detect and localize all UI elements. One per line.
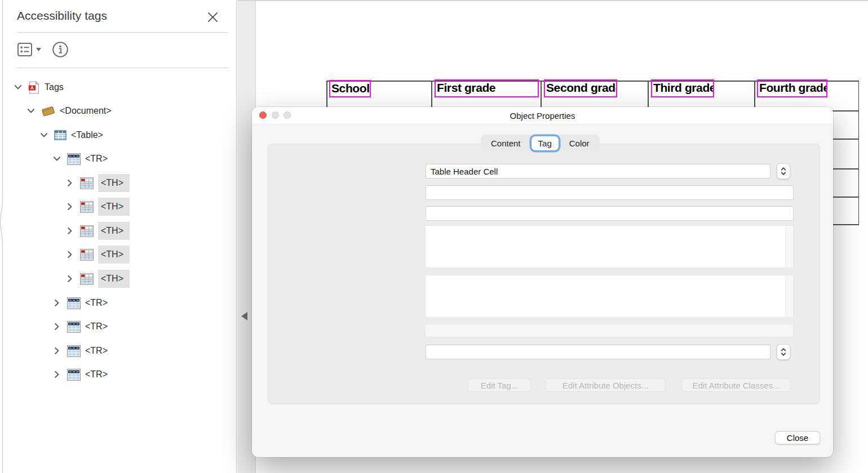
object-properties-dialog: Object Properties Content Tag Color Type… (252, 107, 833, 457)
tree-item-th[interactable]: <TH> (0, 267, 237, 291)
edit-tag-button[interactable]: Edit Tag... (468, 378, 531, 392)
tree-item-tags[interactable]: Tags (0, 75, 237, 99)
zoom-window-button[interactable] (284, 111, 291, 119)
alt-desc-links-textarea[interactable] (425, 275, 794, 318)
collapse-panel-icon[interactable] (241, 311, 248, 321)
separator (17, 68, 228, 68)
table-header-cell-icon (80, 177, 94, 189)
actual-text-input[interactable] (426, 206, 794, 221)
chevron-down-icon[interactable] (14, 83, 23, 92)
edit-attribute-classes-button[interactable]: Edit Attribute Classes... (681, 378, 791, 392)
tree-item-label: <TH> (98, 246, 130, 264)
tree-item-document[interactable]: <Document> (0, 99, 237, 123)
table-header-cell-first-grade[interactable]: First grade (435, 79, 539, 97)
tree-item-label: <Table> (71, 130, 103, 140)
pdf-icon (28, 81, 40, 94)
info-icon (52, 41, 69, 58)
table-icon (54, 130, 67, 141)
app-window: School First grade Second grade Third gr… (0, 0, 868, 473)
tree-item-label: <TH> (98, 270, 130, 288)
table-row-icon (67, 153, 81, 165)
language-stepper[interactable] (777, 344, 790, 360)
dialog-tab-bar: Content Tag Color (481, 135, 600, 151)
tree-item-tr[interactable]: <TR> (0, 339, 237, 363)
chevron-right-icon[interactable] (65, 202, 74, 211)
table-row-icon (67, 369, 81, 381)
dialog-title: Object Properties (252, 107, 833, 124)
chevron-down-icon[interactable] (52, 154, 61, 163)
tree-item-label: <Document> (60, 106, 112, 116)
id-input[interactable] (425, 324, 794, 337)
tab-color[interactable]: Color (561, 136, 598, 150)
chevron-right-icon[interactable] (65, 179, 74, 188)
list-options-icon (17, 42, 33, 57)
table-row-icon (67, 321, 81, 333)
minimize-window-button[interactable] (272, 111, 279, 119)
tree-item-table[interactable]: <Table> (0, 123, 237, 147)
tree-item-label: <TH> (98, 174, 130, 192)
table-row-icon (67, 345, 81, 357)
close-window-button[interactable] (259, 111, 267, 119)
table-header-cell-icon (80, 273, 94, 285)
chevron-right-icon[interactable] (65, 274, 74, 283)
document-top-border (237, 0, 868, 1)
language-combobox[interactable] (426, 345, 770, 359)
edit-attribute-objects-button[interactable]: Edit Attribute Objects... (545, 378, 666, 392)
chevron-down-icon[interactable] (39, 131, 48, 140)
tree-item-th[interactable]: <TH> (0, 219, 237, 243)
close-button[interactable]: Close (775, 431, 820, 444)
table-header-cell-icon (80, 225, 94, 237)
tree-item-label: Tags (45, 82, 64, 92)
tree-item-tr[interactable]: <TR> (0, 363, 237, 386)
tag-icon (41, 105, 55, 118)
chevron-right-icon[interactable] (52, 322, 61, 331)
table-header-cell-school[interactable]: School (329, 80, 371, 97)
table-header-cell-fourth-grade[interactable]: Fourth grade (757, 79, 827, 97)
chevron-right-icon[interactable] (65, 250, 74, 259)
tree-item-th[interactable]: <TH> (0, 243, 237, 266)
tree-item-th[interactable]: <TH> (0, 171, 237, 195)
close-panel-icon[interactable] (205, 10, 220, 24)
scrollbar-track (785, 276, 792, 316)
table-header-cell-third-grade[interactable]: Third grade (651, 79, 714, 97)
tree-item-label: <TR> (85, 322, 108, 332)
tree-item-tr[interactable]: <TR> (0, 147, 237, 171)
scrollbar-track (785, 226, 792, 267)
tree-item-tr[interactable]: <TR> (0, 315, 237, 338)
tree-item-label: <TR> (85, 154, 108, 164)
table-header-cell-icon (80, 249, 94, 261)
title-input[interactable] (426, 185, 794, 200)
separator (17, 32, 228, 33)
info-button[interactable] (52, 41, 69, 58)
table-row-icon (67, 297, 81, 309)
tag-group-box (268, 144, 820, 404)
panel-title: Accessibility tags (17, 9, 107, 23)
tree-item-label: <TH> (98, 198, 130, 216)
chevron-down-icon[interactable] (26, 106, 36, 115)
tree-item-label: <TR> (85, 298, 108, 308)
tree-item-th[interactable]: <TH> (0, 195, 237, 218)
tab-tag[interactable]: Tag (532, 136, 559, 150)
options-menu-button[interactable] (17, 42, 41, 57)
alt-text-images-textarea[interactable] (425, 225, 794, 268)
dropdown-caret-icon (36, 48, 41, 51)
tree-item-label: <TR> (85, 369, 108, 380)
type-combobox[interactable] (426, 164, 770, 179)
table-header-cell-icon (80, 201, 94, 213)
table-border (858, 81, 860, 225)
chevron-right-icon[interactable] (65, 226, 74, 235)
accessibility-tags-panel: Accessibility tags Tags <Document> <Tabl (0, 0, 237, 473)
tree-item-label: <TR> (85, 346, 108, 356)
tree-item-label: <TH> (98, 222, 130, 240)
table-header-cell-second-grade[interactable]: Second grade (544, 79, 617, 97)
tab-content[interactable]: Content (482, 136, 529, 150)
chevron-right-icon[interactable] (52, 346, 61, 355)
tree-item-tr[interactable]: <TR> (0, 291, 237, 315)
type-stepper[interactable] (777, 163, 790, 179)
chevron-right-icon[interactable] (52, 370, 61, 379)
chevron-right-icon[interactable] (52, 298, 61, 307)
